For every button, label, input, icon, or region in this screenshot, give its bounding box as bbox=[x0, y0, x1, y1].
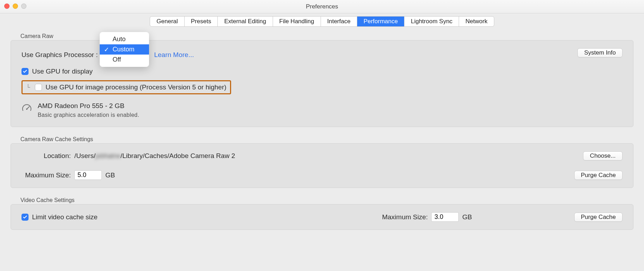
purge-cache-button[interactable]: Purge Cache bbox=[574, 171, 623, 180]
tab-segment: General Presets External Editing File Ha… bbox=[150, 16, 494, 27]
nested-indicator-icon: └ bbox=[26, 84, 30, 90]
camera-raw-section: System Info Use Graphics Processor : Aut… bbox=[11, 40, 633, 127]
video-cache-section-title: Video Cache Settings bbox=[20, 197, 633, 203]
use-gpu-imgproc-label: Use GPU for image processing (Process Ve… bbox=[45, 83, 226, 91]
tab-presets[interactable]: Presets bbox=[185, 17, 218, 26]
cr-cache-section-title: Camera Raw Cache Settings bbox=[20, 136, 633, 143]
tab-general[interactable]: General bbox=[150, 17, 184, 26]
use-gpu-imgproc-checkbox[interactable] bbox=[35, 84, 42, 91]
checkmark-icon bbox=[23, 215, 27, 220]
choose-cache-button[interactable]: Choose... bbox=[583, 151, 623, 160]
cache-maxsize-unit: GB bbox=[105, 171, 115, 179]
svg-line-1 bbox=[27, 107, 29, 109]
use-gpu-display-checkbox[interactable] bbox=[21, 68, 29, 75]
tab-file-handling[interactable]: File Handling bbox=[273, 17, 321, 26]
cache-location-value: /Users/jxbhatrw/Library/Caches/Adobe Cam… bbox=[74, 152, 235, 160]
purge-video-cache-button[interactable]: Purge Cache bbox=[574, 213, 623, 222]
video-maxsize-unit: GB bbox=[462, 213, 472, 221]
video-maxsize-label: Maximum Size: bbox=[382, 213, 428, 221]
tab-interface[interactable]: Interface bbox=[321, 17, 357, 26]
minimize-window-button[interactable] bbox=[13, 4, 18, 9]
use-gpu-display-label: Use GPU for display bbox=[32, 68, 93, 75]
use-graphics-processor-label: Use Graphics Processor : bbox=[21, 51, 98, 59]
tab-external-editing[interactable]: External Editing bbox=[218, 17, 273, 26]
tab-bar: General Presets External Editing File Ha… bbox=[0, 13, 644, 27]
content: Camera Raw System Info Use Graphics Proc… bbox=[0, 27, 644, 230]
tab-lightroom-sync[interactable]: Lightroom Sync bbox=[404, 17, 459, 26]
dropdown-option-custom[interactable]: Custom bbox=[100, 44, 149, 55]
window-title: Preferences bbox=[306, 3, 338, 10]
gauge-icon bbox=[21, 103, 32, 115]
graphics-processor-dropdown: Auto Custom Off bbox=[100, 32, 149, 67]
cache-maxsize-input[interactable] bbox=[74, 170, 102, 180]
limit-video-cache-checkbox[interactable] bbox=[21, 214, 29, 221]
cache-location-label: Location: bbox=[21, 152, 71, 160]
limit-video-cache-label: Limit video cache size bbox=[32, 213, 98, 221]
tab-performance[interactable]: Performance bbox=[357, 17, 404, 26]
zoom-window-button[interactable] bbox=[21, 4, 26, 9]
titlebar: Preferences bbox=[0, 0, 644, 13]
use-gpu-imgproc-highlight: └ Use GPU for image processing (Process … bbox=[21, 80, 231, 94]
learn-more-link[interactable]: Learn More... bbox=[154, 51, 194, 59]
dropdown-option-auto[interactable]: Auto bbox=[100, 34, 149, 44]
dropdown-option-off[interactable]: Off bbox=[100, 55, 149, 65]
close-window-button[interactable] bbox=[4, 4, 10, 9]
checkmark-icon bbox=[23, 69, 27, 74]
system-info-button[interactable]: System Info bbox=[577, 48, 623, 57]
cr-cache-section: Location: /Users/jxbhatrw/Library/Caches… bbox=[11, 143, 633, 188]
cache-maxsize-label: Maximum Size: bbox=[21, 171, 71, 179]
gpu-status: Basic graphics acceleration is enabled. bbox=[38, 112, 139, 118]
gpu-name: AMD Radeon Pro 555 - 2 GB bbox=[38, 102, 139, 110]
tab-network[interactable]: Network bbox=[459, 17, 494, 26]
video-maxsize-input[interactable] bbox=[431, 212, 459, 222]
video-cache-section: Limit video cache size Maximum Size: GB … bbox=[11, 204, 633, 230]
cache-location-user: jxbhatrw bbox=[95, 152, 120, 160]
window-controls bbox=[4, 4, 26, 9]
